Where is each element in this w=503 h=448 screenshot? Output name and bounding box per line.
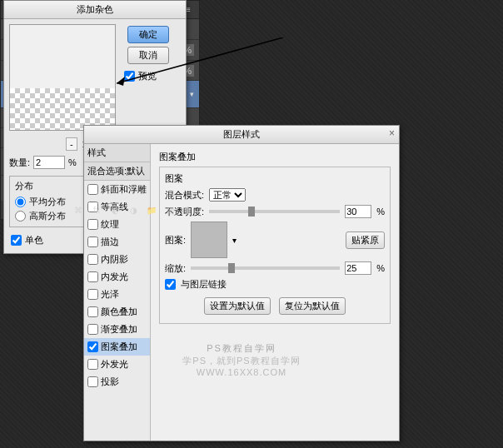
link-with-layer-label: 与图层链接 xyxy=(181,278,227,291)
style-option[interactable]: 投影 xyxy=(84,373,150,391)
scale-input[interactable] xyxy=(345,261,371,275)
style-option-label: 渐变叠加 xyxy=(101,323,137,336)
pattern-dropdown-icon[interactable]: ▾ xyxy=(232,236,237,245)
watermark: PS教程自学网 学PS，就到PS教程自学网 WWW.16XX8.COM xyxy=(182,342,300,377)
uniform-radio[interactable] xyxy=(15,197,26,207)
style-option[interactable]: 内发光 xyxy=(84,268,150,286)
style-option-checkbox[interactable] xyxy=(87,359,98,370)
style-option-label: 纹理 xyxy=(101,218,119,231)
scale-slider[interactable] xyxy=(191,266,340,270)
add-noise-title: 添加杂色 xyxy=(4,1,186,19)
style-option[interactable]: 渐变叠加 xyxy=(84,321,150,338)
blend-mode-select[interactable]: 正常 xyxy=(209,188,246,202)
style-option-checkbox[interactable] xyxy=(87,271,98,282)
amount-input[interactable] xyxy=(33,156,65,169)
style-option-checkbox[interactable] xyxy=(87,376,98,387)
preview-label: 预览 xyxy=(138,70,157,82)
mask-icon[interactable]: ◐ xyxy=(109,204,121,216)
gaussian-radio[interactable] xyxy=(15,211,26,222)
style-option-checkbox[interactable] xyxy=(87,289,98,300)
new-layer-icon[interactable]: ▤ xyxy=(164,204,176,216)
style-option-label: 投影 xyxy=(101,376,119,388)
style-option-checkbox[interactable] xyxy=(87,219,98,230)
monochromatic-checkbox[interactable] xyxy=(11,235,22,246)
amount-unit: % xyxy=(68,157,77,167)
pattern-opacity-slider[interactable]: .slider::after{left:var(--pos,30%)} xyxy=(209,210,340,213)
style-option-checkbox[interactable] xyxy=(87,184,98,195)
link-with-layer-checkbox[interactable] xyxy=(165,279,176,290)
style-option[interactable]: 描边 xyxy=(84,233,150,251)
blend-options-header[interactable]: 混合选项:默认 xyxy=(84,162,150,181)
style-option-checkbox[interactable] xyxy=(87,236,98,247)
uniform-label: 平均分布 xyxy=(29,196,66,208)
style-option-label: 外发光 xyxy=(101,358,128,371)
ok-button[interactable]: 确定 xyxy=(127,26,169,43)
close-icon[interactable]: × xyxy=(389,127,395,139)
fx-expand-icon[interactable]: ▾ xyxy=(190,90,194,98)
style-option-label: 图案叠加 xyxy=(101,341,137,353)
style-option[interactable]: 颜色叠加 xyxy=(84,303,150,321)
pattern-label: 图案: xyxy=(165,234,186,246)
pattern-subtitle: 图案 xyxy=(165,172,385,185)
style-option-label: 颜色叠加 xyxy=(101,306,137,318)
blend-mode-label: 混合模式: xyxy=(165,189,204,202)
link-layers-icon[interactable]: ⌘ xyxy=(72,204,84,216)
style-option-checkbox[interactable] xyxy=(87,306,98,317)
snap-origin-button[interactable]: 贴紧原 xyxy=(346,231,385,249)
amount-label: 数量: xyxy=(9,157,30,169)
style-option-checkbox[interactable] xyxy=(87,254,98,265)
style-option[interactable]: 外发光 xyxy=(84,356,150,373)
reset-default-button[interactable]: 复位为默认值 xyxy=(279,297,346,315)
style-option-checkbox[interactable] xyxy=(87,341,98,352)
gaussian-label: 高斯分布 xyxy=(29,210,66,222)
group-icon[interactable]: 📁 xyxy=(146,204,157,216)
style-option[interactable]: 斜面和浮雕 xyxy=(84,181,150,198)
layer-style-title: 图层样式 × xyxy=(84,126,399,144)
style-option[interactable]: 内阴影 xyxy=(84,251,150,268)
pattern-overlay-title: 图案叠加 xyxy=(159,151,391,163)
scale-label: 缩放: xyxy=(165,262,186,275)
noise-preview xyxy=(9,24,116,131)
style-list: 样式 混合选项:默认 斜面和浮雕等高线纹理描边内阴影内发光光泽颜色叠加渐变叠加图… xyxy=(84,144,151,441)
style-option[interactable]: 光泽 xyxy=(84,286,150,303)
style-option[interactable]: 图案叠加 xyxy=(84,338,150,356)
style-option-label: 描边 xyxy=(101,236,119,248)
preview-checkbox[interactable] xyxy=(124,71,135,82)
pattern-opacity-input[interactable] xyxy=(345,205,371,218)
fx-icon[interactable]: fx xyxy=(91,204,102,216)
zoom-out-button[interactable]: - xyxy=(66,137,77,151)
pattern-swatch[interactable] xyxy=(191,222,227,258)
styles-header[interactable]: 样式 xyxy=(84,144,150,162)
style-option-label: 斜面和浮雕 xyxy=(101,183,147,196)
style-option-label: 光泽 xyxy=(101,288,119,301)
delete-icon[interactable]: 🗑 xyxy=(182,204,194,216)
style-option-checkbox[interactable] xyxy=(87,324,98,335)
style-option-label: 内阴影 xyxy=(101,253,128,266)
make-default-button[interactable]: 设置为默认值 xyxy=(204,297,271,315)
style-option[interactable]: 纹理 xyxy=(84,216,150,233)
cancel-button[interactable]: 取消 xyxy=(127,47,169,64)
layer-style-dialog: 图层样式 × 样式 混合选项:默认 斜面和浮雕等高线纹理描边内阴影内发光光泽颜色… xyxy=(83,125,400,441)
style-option-label: 内发光 xyxy=(101,271,128,283)
monochromatic-label: 单色 xyxy=(25,234,43,246)
adjustment-icon[interactable]: ◑ xyxy=(127,204,139,216)
